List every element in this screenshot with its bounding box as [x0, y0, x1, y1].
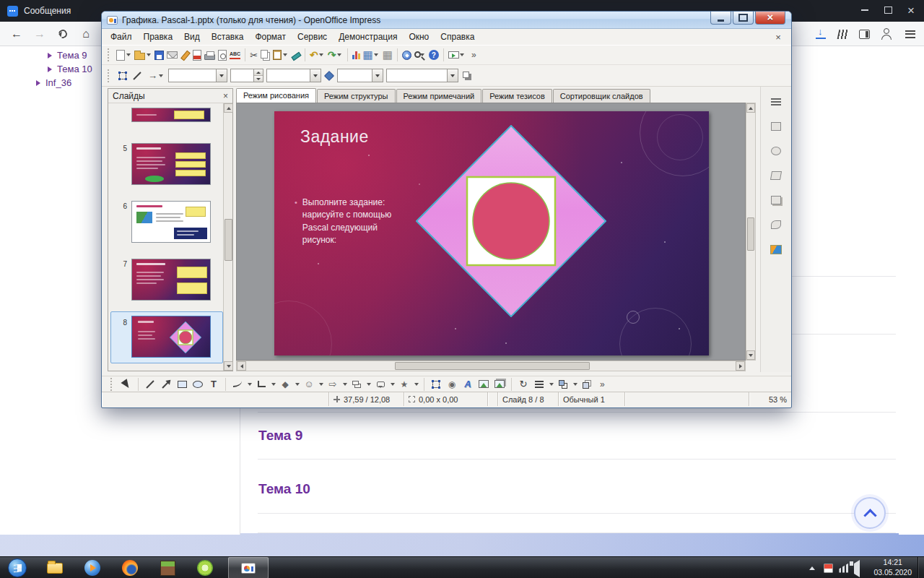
presentation-icon[interactable]	[447, 46, 467, 64]
status-cursor-position[interactable]: 37,59 / 12,08	[329, 392, 404, 406]
export-pdf-icon[interactable]	[191, 46, 203, 64]
slide-thumbnail-5[interactable]	[131, 143, 211, 185]
vertical-scrollbar[interactable]	[746, 103, 756, 361]
chevron-down-icon[interactable]	[372, 69, 383, 82]
spin-up-icon[interactable]	[254, 69, 263, 76]
callouts-icon[interactable]	[373, 378, 388, 391]
redo-icon[interactable]	[326, 46, 344, 64]
ellipse-icon[interactable]	[191, 378, 205, 391]
scroll-up-icon[interactable]	[746, 103, 755, 113]
slide-bullet-text[interactable]: •Выполните задание: нарисуйте с помощью …	[295, 197, 393, 247]
cut-icon[interactable]	[248, 46, 259, 64]
rectangle-icon[interactable]	[175, 378, 189, 391]
chevron-down-icon[interactable]	[216, 69, 227, 82]
extrusion-icon[interactable]	[580, 378, 594, 391]
flowcharts-icon[interactable]	[349, 378, 364, 391]
status-slide-indicator[interactable]: Слайд 8 / 8	[498, 392, 559, 406]
taskbar-item-media-player[interactable]	[75, 557, 110, 578]
line-style-combo[interactable]	[168, 69, 227, 82]
scroll-right-icon[interactable]	[736, 361, 745, 371]
navigator-icon[interactable]	[401, 46, 413, 64]
connector-icon[interactable]	[254, 378, 269, 391]
hidden-icons-icon[interactable]	[809, 566, 815, 570]
help-icon[interactable]: ?	[427, 46, 440, 64]
slide-thumbnail-8-selected[interactable]	[131, 316, 211, 358]
expand-triangle-icon[interactable]	[48, 53, 52, 59]
document-as-email-icon[interactable]	[165, 46, 179, 64]
line-icon[interactable]	[143, 378, 157, 391]
circle-shape[interactable]	[473, 183, 549, 259]
slide-8[interactable]: Задание •Выполните задание: нарисуйте с …	[274, 111, 709, 355]
new-icon[interactable]	[115, 46, 133, 64]
slide-thumbnail-7[interactable]	[131, 259, 211, 301]
sidebars-icon[interactable]	[855, 25, 873, 43]
slides-panel-scrollbar[interactable]	[223, 103, 232, 371]
menu-insert[interactable]: Вставка	[206, 30, 250, 44]
sidebar-settings-icon[interactable]	[767, 92, 785, 111]
volume-icon[interactable]	[854, 560, 860, 577]
line-dialog-icon[interactable]	[131, 67, 144, 85]
paste-icon[interactable]	[271, 46, 289, 64]
reload-icon[interactable]	[53, 25, 72, 43]
rotate-icon[interactable]	[516, 378, 531, 391]
chart-icon[interactable]	[351, 46, 362, 64]
start-button[interactable]	[4, 557, 30, 578]
tab-notes-view[interactable]: Режим примечаний	[396, 89, 482, 103]
menu-slideshow[interactable]: Демонстрация	[333, 30, 403, 44]
browser-minimize-button[interactable]	[853, 0, 876, 20]
slides-panel-close-icon[interactable]: ×	[223, 91, 228, 101]
expand-triangle-icon[interactable]	[48, 66, 52, 72]
back-icon[interactable]: ←	[7, 25, 26, 43]
tab-handout-view[interactable]: Режим тезисов	[482, 89, 552, 103]
area-dialog-icon[interactable]	[324, 67, 334, 85]
block-arrows-icon[interactable]	[326, 378, 340, 391]
taskbar-clock[interactable]: 14:21 03.05.2020	[873, 558, 912, 577]
copy-icon[interactable]	[259, 46, 271, 64]
arrow-style-icon[interactable]	[147, 67, 165, 85]
shadow-icon[interactable]	[461, 67, 473, 85]
area-style-combo[interactable]	[337, 69, 383, 82]
slide-thumbnail-4-partial[interactable]	[131, 108, 211, 122]
from-file-icon[interactable]	[476, 378, 491, 391]
document-close-icon[interactable]: ×	[772, 31, 784, 43]
navigator-sidebar-icon[interactable]	[767, 215, 785, 234]
impress-maximize-button[interactable]	[733, 12, 754, 25]
status-object-size[interactable]: 0,00 x 0,00	[404, 392, 488, 406]
impress-titlebar[interactable]: Графика. Pascal-1.pptx (только для чтени…	[102, 12, 791, 29]
text-icon[interactable]	[206, 378, 221, 391]
styles-icon[interactable]	[767, 191, 785, 210]
symbol-shapes-icon[interactable]	[302, 378, 316, 391]
grid-icon[interactable]	[381, 46, 394, 64]
spellcheck-icon[interactable]: ABC	[228, 46, 242, 64]
toolbar-grip[interactable]	[108, 69, 111, 82]
print-icon[interactable]	[203, 46, 217, 64]
account-icon[interactable]	[876, 25, 895, 43]
network-icon[interactable]	[839, 564, 848, 573]
zoom-icon[interactable]	[413, 46, 427, 64]
tab-drawing-view[interactable]: Режим рисования	[236, 88, 316, 103]
custom-animation-icon[interactable]	[767, 142, 785, 160]
line-width-spinner[interactable]	[230, 69, 263, 82]
spin-down-icon[interactable]	[254, 76, 263, 82]
toolbar-grip[interactable]	[108, 48, 111, 61]
scroll-to-top-button[interactable]	[854, 497, 886, 529]
edit-file-icon[interactable]	[179, 46, 191, 64]
browser-maximize-button[interactable]	[876, 0, 899, 20]
menu-file[interactable]: Файл	[105, 30, 138, 44]
slide-title[interactable]: Задание	[300, 127, 369, 147]
impress-minimize-button[interactable]	[710, 12, 731, 25]
status-layout-name[interactable]: Обычный 1	[559, 392, 625, 406]
scroll-down-icon[interactable]	[224, 361, 233, 371]
line-color-combo[interactable]	[266, 69, 321, 82]
library-icon[interactable]	[833, 25, 852, 43]
undo-icon[interactable]	[308, 46, 326, 64]
forward-icon[interactable]: →	[30, 25, 49, 43]
basic-shapes-icon[interactable]	[278, 378, 292, 391]
table-icon[interactable]	[362, 46, 381, 64]
menu-view[interactable]: Вид	[178, 30, 206, 44]
taskbar-item-explorer[interactable]	[38, 557, 72, 578]
menu-window[interactable]: Окно	[403, 30, 435, 44]
action-center-icon[interactable]	[824, 564, 833, 573]
properties-icon[interactable]	[767, 117, 785, 136]
select-icon[interactable]	[119, 378, 134, 391]
